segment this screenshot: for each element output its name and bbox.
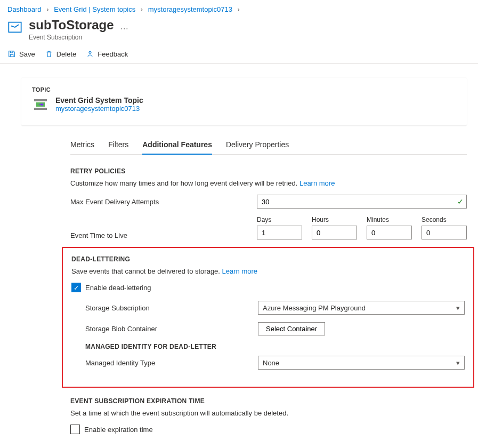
save-label: Save — [19, 50, 35, 58]
ttl-minutes-label: Minutes — [367, 216, 412, 223]
event-grid-topic-icon — [32, 96, 49, 115]
chevron-down-icon: ▾ — [456, 359, 460, 367]
tab-delivery-properties[interactable]: Delivery Properties — [226, 137, 289, 154]
expiration-title: EVENT SUBSCRIPTION EXPIRATION TIME — [70, 397, 467, 405]
ttl-hours-label: Hours — [312, 216, 357, 223]
storage-blob-label: Storage Blob Container — [85, 325, 258, 333]
topic-card: TOPIC Event Grid System Topic mystorages… — [21, 78, 467, 125]
topic-link[interactable]: mystoragesystemtopic0713 — [55, 105, 140, 113]
chevron-right-icon: › — [46, 5, 48, 13]
chevron-right-icon: › — [238, 5, 240, 13]
enable-deadletter-label: Enable dead-lettering — [85, 284, 151, 292]
mi-type-label: Managed Identity Type — [85, 359, 258, 367]
managed-identity-type-select[interactable]: None ▾ — [258, 356, 465, 370]
chevron-right-icon: › — [141, 5, 143, 13]
feedback-button[interactable]: Feedback — [86, 50, 128, 58]
ttl-seconds-label: Seconds — [422, 216, 467, 223]
select-container-button[interactable]: Select Container — [258, 322, 325, 335]
ttl-label: Event Time to Live — [70, 231, 257, 239]
enable-expiration-checkbox[interactable] — [70, 425, 80, 434]
deadletter-desc: Save events that cannot be delivered to … — [71, 267, 465, 275]
ttl-days-input[interactable] — [257, 226, 302, 239]
max-attempts-input[interactable] — [257, 195, 467, 209]
feedback-label: Feedback — [98, 50, 128, 58]
detail-tabs: Metrics Filters Additional Features Deli… — [70, 137, 467, 155]
save-button[interactable]: Save — [7, 50, 35, 58]
ttl-days-label: Days — [257, 216, 302, 223]
max-attempts-label: Max Event Delivery Attempts — [70, 198, 257, 206]
retry-title: RETRY POLICIES — [70, 167, 467, 175]
person-icon — [86, 50, 94, 58]
mi-type-value: None — [263, 359, 279, 367]
storage-sub-label: Storage Subscription — [85, 304, 258, 312]
chevron-down-icon: ▾ — [456, 304, 460, 312]
expiration-desc: Set a time at which the event subscripti… — [70, 409, 467, 417]
tab-filters[interactable]: Filters — [108, 137, 128, 154]
topic-type: Event Grid System Topic — [55, 96, 143, 105]
delete-button[interactable]: Delete — [45, 50, 77, 58]
breadcrumb-event-grid[interactable]: Event Grid | System topics — [54, 5, 135, 13]
svg-point-1 — [89, 51, 91, 53]
check-icon: ✓ — [457, 197, 464, 206]
subscription-icon — [7, 18, 22, 36]
enable-expiration-label: Enable expiration time — [84, 426, 153, 434]
deadletter-learn-more[interactable]: Learn more — [222, 267, 257, 275]
page-title: subToStorage — [29, 18, 114, 33]
ttl-hours-input[interactable] — [312, 226, 357, 239]
breadcrumb-dashboard[interactable]: Dashboard — [7, 5, 42, 13]
enable-deadletter-checkbox[interactable]: ✓ — [71, 283, 81, 292]
tab-metrics[interactable]: Metrics — [70, 137, 94, 154]
page-header: subToStorage … Event Subscription — [0, 17, 478, 46]
dead-lettering-section: DEAD-LETTERING Save events that cannot b… — [62, 247, 474, 388]
breadcrumb-topic[interactable]: mystoragesystemtopic0713 — [148, 5, 232, 13]
retry-desc: Customize how many times and for how lon… — [70, 179, 467, 187]
storage-subscription-select[interactable]: Azure Messaging PM Playground ▾ — [258, 301, 465, 315]
ttl-minutes-input[interactable] — [367, 226, 412, 239]
save-icon — [7, 50, 16, 58]
delete-label: Delete — [56, 50, 77, 58]
retry-learn-more[interactable]: Learn more — [299, 179, 335, 187]
deadletter-title: DEAD-LETTERING — [71, 255, 465, 263]
ttl-seconds-input[interactable] — [422, 226, 467, 239]
command-toolbar: Save Delete Feedback — [0, 46, 478, 64]
breadcrumb: Dashboard › Event Grid | System topics ›… — [0, 0, 478, 17]
tab-additional-features[interactable]: Additional Features — [142, 137, 212, 154]
managed-identity-title: MANAGED IDENTITY FOR DEAD-LETTER — [85, 343, 465, 350]
topic-card-label: TOPIC — [32, 86, 456, 93]
trash-icon — [45, 50, 53, 58]
storage-sub-value: Azure Messaging PM Playground — [263, 304, 366, 312]
more-actions-icon[interactable]: … — [120, 22, 128, 31]
page-subtitle: Event Subscription — [29, 34, 128, 41]
